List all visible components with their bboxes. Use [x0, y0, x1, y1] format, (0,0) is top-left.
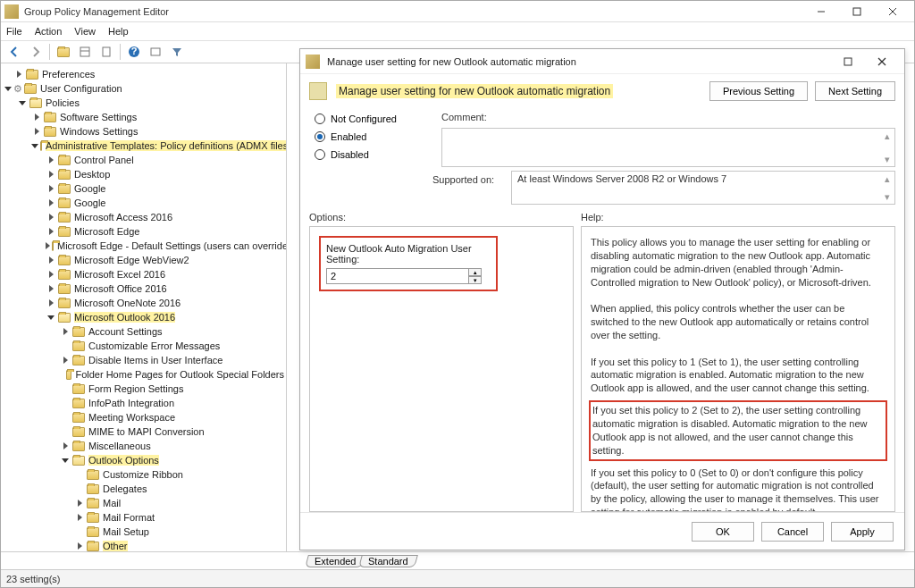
radio-enabled[interactable]: Enabled: [315, 131, 431, 142]
tree-account-settings[interactable]: Account Settings: [58, 324, 286, 339]
chevron-right-icon[interactable]: [31, 126, 42, 137]
tab-standard[interactable]: Standard: [359, 555, 418, 567]
chevron-right-icon[interactable]: [46, 169, 56, 180]
chevron-right-icon[interactable]: [74, 512, 85, 523]
chevron-down-icon[interactable]: [31, 140, 38, 151]
tree-ms-edge[interactable]: Microsoft Edge: [44, 224, 286, 239]
option-spinner[interactable]: ▴▾: [326, 268, 491, 284]
menu-view[interactable]: View: [74, 26, 96, 37]
chevron-right-icon[interactable]: [46, 298, 56, 308]
tree-user-configuration[interactable]: ⚙User Configuration: [1, 81, 286, 96]
chevron-right-icon[interactable]: [46, 183, 56, 194]
tree-other[interactable]: Other: [72, 539, 286, 551]
tree-desktop[interactable]: Desktop: [44, 167, 286, 181]
chevron-right-icon[interactable]: [46, 226, 56, 237]
chevron-right-icon[interactable]: [46, 197, 56, 208]
tree-google[interactable]: Google: [44, 181, 286, 196]
tree-custom-errors[interactable]: Customizable Error Messages: [58, 339, 286, 353]
supported-row: Supported on: At least Windows Server 20…: [300, 167, 904, 212]
tree-delegates[interactable]: Delegates: [72, 482, 286, 496]
tree-ms-edge-webview[interactable]: Microsoft Edge WebView2: [44, 253, 286, 267]
tree-ms-outlook[interactable]: Microsoft Outlook 2016: [44, 310, 286, 324]
tree-google-2[interactable]: Google: [44, 196, 286, 210]
filter-icon[interactable]: [167, 43, 187, 61]
help-icon[interactable]: ?: [124, 43, 144, 61]
tree-windows-settings[interactable]: Windows Settings: [29, 124, 286, 139]
show-hide-button[interactable]: [75, 43, 95, 61]
chevron-down-icon[interactable]: [60, 455, 71, 466]
export-button[interactable]: [146, 43, 165, 61]
tree-policies[interactable]: Policies: [15, 96, 286, 110]
maximize-button[interactable]: [839, 2, 875, 21]
chevron-down-icon[interactable]: [17, 97, 28, 108]
radio-not-configured[interactable]: Not Configured: [315, 113, 431, 124]
menu-action[interactable]: Action: [35, 26, 63, 37]
back-button[interactable]: [4, 43, 24, 61]
tree-preferences[interactable]: Preferences: [1, 67, 286, 81]
tree-mail-format[interactable]: Mail Format: [72, 510, 286, 525]
tree-ms-edge-default[interactable]: Microsoft Edge - Default Settings (users…: [44, 239, 286, 253]
dialog-close-button[interactable]: [865, 51, 899, 72]
chevron-right-icon[interactable]: [60, 441, 71, 451]
chevron-right-icon[interactable]: [31, 112, 42, 122]
chevron-right-icon[interactable]: [60, 355, 71, 365]
scroll-down-icon[interactable]: ▾: [882, 154, 893, 164]
scroll-up-icon[interactable]: ▴: [882, 173, 893, 184]
tree-disable-ui[interactable]: Disable Items in User Interface: [58, 353, 286, 367]
dialog-maximize-button[interactable]: [831, 51, 865, 72]
tree-form-region[interactable]: Form Region Settings: [58, 382, 286, 396]
next-setting-button[interactable]: Next Setting: [815, 81, 895, 101]
help-paragraph: This policy allows you to manage the use…: [591, 236, 886, 289]
radio-disabled[interactable]: Disabled: [315, 149, 431, 160]
tree-ms-excel[interactable]: Microsoft Excel 2016: [44, 267, 286, 281]
forward-button[interactable]: [26, 43, 46, 61]
help-panel[interactable]: This policy allows you to manage the use…: [581, 226, 895, 512]
apply-button[interactable]: Apply: [831, 522, 894, 542]
chevron-right-icon[interactable]: [46, 255, 56, 265]
tree-miscellaneous[interactable]: Miscellaneous: [58, 439, 286, 453]
tree-ms-access[interactable]: Microsoft Access 2016: [44, 210, 286, 224]
titlebar: Group Policy Management Editor: [1, 1, 914, 22]
menu-help[interactable]: Help: [108, 26, 129, 37]
properties-button[interactable]: [97, 43, 116, 61]
tree-mail-setup[interactable]: Mail Setup: [72, 525, 286, 539]
tree-admin-templates[interactable]: Administrative Templates: Policy definit…: [29, 139, 286, 153]
chevron-right-icon[interactable]: [46, 283, 56, 294]
tree-customize-ribbon[interactable]: Customize Ribbon: [72, 467, 286, 482]
tab-extended[interactable]: Extended: [305, 555, 365, 567]
scroll-up-icon[interactable]: ▴: [882, 130, 893, 141]
tree-ms-onenote[interactable]: Microsoft OneNote 2016: [44, 296, 286, 310]
tree-folder-home-pages[interactable]: Folder Home Pages for Outlook Special Fo…: [58, 367, 286, 382]
comment-textarea[interactable]: ▴▾: [441, 128, 895, 167]
tree-software-settings[interactable]: Software Settings: [29, 110, 286, 124]
previous-setting-button[interactable]: Previous Setting: [709, 81, 808, 101]
cancel-button[interactable]: Cancel: [761, 522, 824, 542]
minimize-button[interactable]: [803, 2, 839, 21]
close-button[interactable]: [875, 2, 911, 21]
chevron-right-icon[interactable]: [46, 212, 56, 223]
tree-mail[interactable]: Mail: [72, 496, 286, 510]
chevron-right-icon[interactable]: [60, 326, 71, 337]
chevron-right-icon[interactable]: [74, 541, 85, 551]
tree-control-panel[interactable]: Control Panel: [44, 153, 286, 167]
chevron-right-icon[interactable]: [13, 69, 24, 80]
tree-outlook-options[interactable]: Outlook Options: [58, 453, 286, 467]
chevron-right-icon[interactable]: [46, 269, 56, 280]
tree-ms-office[interactable]: Microsoft Office 2016: [44, 281, 286, 296]
menu-file[interactable]: File: [6, 26, 22, 37]
tree-meeting-workspace[interactable]: Meeting Workspace: [58, 410, 286, 424]
chevron-right-icon[interactable]: [74, 498, 85, 508]
chevron-right-icon[interactable]: [46, 240, 50, 251]
tree-mime[interactable]: MIME to MAPI Conversion: [58, 424, 286, 439]
chevron-down-icon[interactable]: [46, 312, 56, 323]
option-value-input[interactable]: [326, 268, 469, 284]
spinner-down-icon[interactable]: ▾: [469, 276, 482, 284]
ok-button[interactable]: OK: [692, 522, 754, 542]
chevron-right-icon[interactable]: [46, 155, 56, 165]
tree-infopath[interactable]: InfoPath Integration: [58, 396, 286, 410]
scroll-down-icon[interactable]: ▾: [882, 191, 893, 202]
up-button[interactable]: [54, 43, 73, 61]
spinner-up-icon[interactable]: ▴: [469, 268, 482, 276]
chevron-down-icon[interactable]: [3, 83, 13, 94]
tree-pane[interactable]: Preferences ⚙User Configuration Policies…: [1, 63, 287, 551]
